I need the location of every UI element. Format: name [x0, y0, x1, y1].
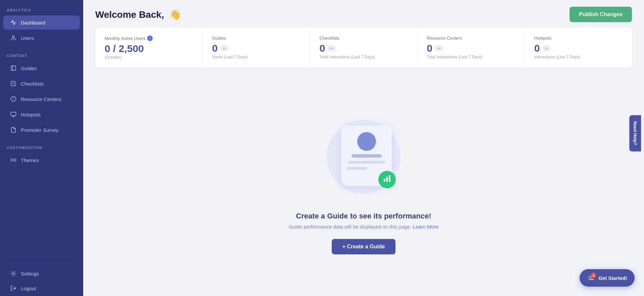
svg-point-9	[13, 159, 14, 161]
get-started-icon-wrap: 4	[587, 274, 595, 282]
sidebar-logout-label: Logout	[21, 286, 36, 291]
monthly-active-info-icon[interactable]: i	[147, 36, 153, 41]
resource-centers-stat-label: Resource Centers	[427, 36, 515, 41]
monthly-active-label: Monthly Active Users i	[105, 36, 193, 41]
main-content: Welcome Back, 👋 Publish Changes Monthly …	[83, 0, 644, 296]
sidebar-settings-label: Settings	[21, 271, 39, 277]
stat-monthly-active-users: Monthly Active Users i 0 / 2,500 (Octobe…	[95, 28, 203, 68]
page-title: Welcome Back, 👋	[95, 9, 181, 20]
svg-point-10	[13, 273, 14, 275]
stats-card: Monthly Active Users i 0 / 2,500 (Octobe…	[95, 28, 632, 68]
sidebar-item-promoter-survey[interactable]: Promoter Survey	[3, 123, 80, 137]
sidebar-divider	[7, 262, 76, 262]
checklists-icon	[10, 80, 17, 87]
learn-more-link[interactable]: Learn More	[413, 224, 438, 230]
sidebar-item-guides[interactable]: Guides	[3, 61, 80, 75]
svg-rect-13	[386, 177, 388, 182]
create-guide-button[interactable]: + Create a Guide	[332, 239, 396, 254]
resource-centers-stat-value: 0 –	[427, 43, 515, 54]
hotspots-stat-sub: Interactions (Last 7 Days)	[534, 55, 623, 59]
resource-centers-stat-badge: –	[435, 45, 443, 51]
dashboard-icon	[10, 19, 17, 26]
users-icon	[10, 35, 17, 41]
get-started-badge: 4	[590, 273, 596, 279]
guides-stat-sub: Views (Last 7 Days)	[212, 55, 300, 59]
stat-hotspots: Hotspots 0 – Interactions (Last 7 Days)	[525, 28, 632, 68]
sidebar: ANALYTICS Dashboard Users CONTENT Guides…	[0, 0, 83, 296]
svg-rect-6	[11, 112, 16, 116]
sidebar-item-users[interactable]: Users	[3, 31, 80, 45]
sidebar-item-resource-centers[interactable]: Resource Centers	[3, 92, 80, 106]
sidebar-item-themes[interactable]: Themes	[3, 153, 80, 167]
illustration-line2	[348, 161, 385, 163]
sidebar-themes-label: Themes	[21, 157, 39, 163]
sidebar-item-logout[interactable]: Logout	[3, 281, 80, 295]
need-help-tab[interactable]: Need Help?	[630, 115, 641, 151]
get-started-label: Get Started!	[598, 275, 627, 281]
get-started-button[interactable]: 4 Get Started!	[580, 269, 635, 287]
checklists-stat-badge: –	[328, 45, 335, 51]
illustration	[317, 110, 411, 204]
illustration-chart-badge	[378, 171, 396, 188]
sidebar-guides-label: Guides	[21, 65, 37, 71]
empty-state-area: Create a Guide to see its performance! G…	[83, 68, 644, 296]
illustration-line3	[347, 167, 367, 169]
sidebar-users-label: Users	[21, 35, 34, 41]
svg-rect-12	[384, 179, 385, 182]
resource-centers-icon	[10, 96, 17, 102]
sidebar-checklists-label: Checklists	[21, 81, 44, 87]
empty-state-subtitle: Guide performance data will be displayed…	[289, 224, 438, 230]
content-section-label: CONTENT	[0, 46, 83, 60]
analytics-section-label: ANALYTICS	[0, 0, 83, 15]
publish-changes-button[interactable]: Publish Changes	[570, 7, 632, 22]
svg-rect-1	[11, 66, 16, 70]
svg-rect-14	[389, 175, 390, 182]
sidebar-promoter-survey-label: Promoter Survey	[21, 127, 59, 133]
svg-point-0	[12, 36, 14, 38]
hotspots-stat-badge: –	[543, 45, 550, 51]
guides-stat-label: Guides	[212, 36, 300, 41]
chart-bar-icon	[383, 174, 391, 185]
themes-icon	[10, 157, 17, 163]
hotspots-stat-value: 0 –	[534, 43, 623, 54]
sidebar-dashboard-label: Dashboard	[21, 20, 45, 26]
topbar: Welcome Back, 👋 Publish Changes	[83, 0, 644, 28]
resource-centers-stat-sub: Total Interactions (Last 7 Days)	[427, 55, 515, 59]
hotspots-stat-label: Hotspots	[534, 36, 623, 41]
stat-checklists: Checklists 0 – Total Interactions (Last …	[310, 28, 417, 68]
hotspots-icon	[10, 111, 17, 118]
guides-icon	[10, 65, 17, 71]
sidebar-hotspots-label: Hotspots	[21, 112, 41, 117]
monthly-active-sub: (October)	[105, 55, 193, 60]
sidebar-item-hotspots[interactable]: Hotspots	[3, 107, 80, 121]
monthly-active-value: 0 / 2,500	[105, 43, 193, 54]
guides-stat-badge: –	[220, 45, 228, 51]
promoter-survey-icon	[10, 127, 17, 133]
guides-stat-value: 0 –	[212, 43, 300, 54]
empty-state-title: Create a Guide to see its performance!	[296, 212, 431, 220]
checklists-stat-sub: Total Interactions (Last 7 Days)	[319, 55, 408, 59]
logout-icon	[10, 285, 17, 292]
sidebar-item-checklists[interactable]: Checklists	[3, 77, 80, 91]
illustration-line1	[352, 154, 382, 157]
sidebar-resource-centers-label: Resource Centers	[21, 96, 61, 102]
sidebar-item-dashboard[interactable]: Dashboard	[3, 15, 80, 30]
checklists-stat-value: 0 –	[319, 43, 408, 54]
stat-guides: Guides 0 – Views (Last 7 Days)	[203, 28, 310, 68]
stat-resource-centers: Resource Centers 0 – Total Interactions …	[418, 28, 525, 68]
checklists-stat-label: Checklists	[319, 36, 408, 41]
sidebar-item-settings[interactable]: Settings	[3, 266, 80, 281]
illustration-avatar	[357, 132, 376, 151]
settings-icon	[10, 270, 17, 277]
customization-section-label: CUSTOMIZATION	[0, 138, 83, 152]
